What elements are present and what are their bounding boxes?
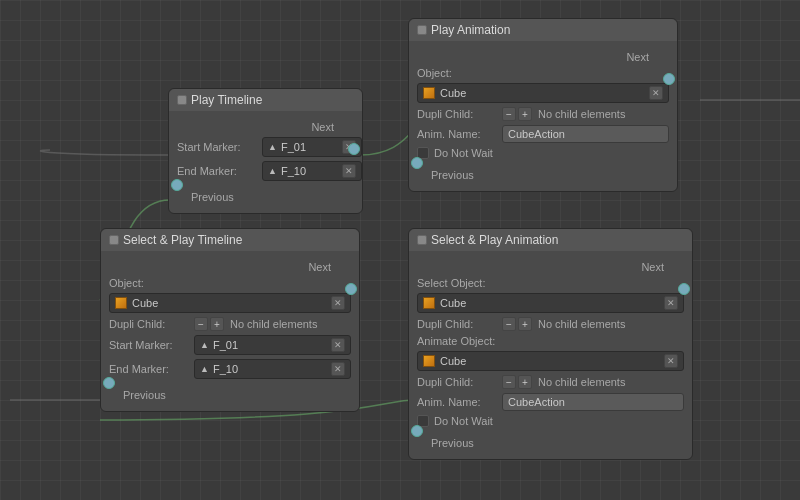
dupli-row-4a: Dupli Child: − + No child elements — [417, 315, 684, 333]
object-section-label: Object: — [417, 65, 669, 81]
object-field-3[interactable]: Cube ✕ — [109, 293, 351, 313]
anim-name-label-4: Anim. Name: — [417, 396, 502, 408]
cube-icon-3 — [115, 297, 127, 309]
dupli-minus-4b[interactable]: − — [502, 375, 516, 389]
next-connector-3[interactable] — [345, 283, 357, 295]
animate-object-value: Cube — [440, 355, 664, 367]
object-clear-1[interactable]: ✕ — [649, 86, 663, 100]
cube-icon-4a — [423, 297, 435, 309]
next-connector-2[interactable] — [663, 73, 675, 85]
end-marker-clear-3[interactable]: ✕ — [331, 362, 345, 376]
do-not-wait-label-1: Do Not Wait — [434, 147, 493, 159]
select-play-animation-title: Select & Play Animation — [431, 233, 558, 247]
end-marker-field-3[interactable]: ▲ F_10 ✕ — [194, 359, 351, 379]
end-marker-clear[interactable]: ✕ — [342, 164, 356, 178]
play-animation-header: Play Animation — [409, 19, 677, 41]
dupli-minus-1[interactable]: − — [502, 107, 516, 121]
select-play-timeline-header: Select & Play Timeline — [101, 229, 359, 251]
start-marker-field-3[interactable]: ▲ F_01 ✕ — [194, 335, 351, 355]
node-type-icon — [177, 95, 187, 105]
do-not-wait-label-4: Do Not Wait — [434, 415, 493, 427]
end-marker-row-3: End Marker: ▲ F_10 ✕ — [109, 357, 351, 381]
prev-label-3: Previous — [123, 389, 166, 401]
dupli-controls-3: − + No child elements — [194, 317, 317, 331]
anim-name-field-4[interactable]: CubeAction — [502, 393, 684, 411]
dupli-row-3: Dupli Child: − + No child elements — [109, 315, 351, 333]
anim-name-row: Anim. Name: CubeAction — [417, 123, 669, 145]
dupli-no-child-1: No child elements — [538, 108, 625, 120]
node-type-icon-3 — [109, 235, 119, 245]
play-animation-node: Play Animation Next Object: Cube ✕ Dupli… — [408, 18, 678, 192]
play-timeline-title: Play Timeline — [191, 93, 262, 107]
anim-name-label-1: Anim. Name: — [417, 128, 502, 140]
play-timeline-node: Play Timeline Next Start Marker: ▲ F_01 … — [168, 88, 363, 214]
dupli-controls-4a: − + No child elements — [502, 317, 625, 331]
object-value: Cube — [440, 87, 649, 99]
select-object-value: Cube — [440, 297, 664, 309]
object-clear-3[interactable]: ✕ — [331, 296, 345, 310]
prev-connector-3[interactable] — [103, 377, 115, 389]
dupli-plus-1[interactable]: + — [518, 107, 532, 121]
select-play-timeline-title: Select & Play Timeline — [123, 233, 242, 247]
object-section-label-3: Object: — [109, 275, 351, 291]
animate-object-field[interactable]: Cube ✕ — [417, 351, 684, 371]
dupli-minus-3[interactable]: − — [194, 317, 208, 331]
start-marker-label: Start Marker: — [177, 141, 262, 153]
next-label-3: Next — [308, 261, 331, 273]
end-marker-value: F_10 — [281, 165, 338, 177]
object-value-3: Cube — [132, 297, 331, 309]
anim-name-field-1[interactable]: CubeAction — [502, 125, 669, 143]
end-marker-value-3: F_10 — [213, 363, 327, 375]
dupli-plus-4b[interactable]: + — [518, 375, 532, 389]
select-object-section-label: Select Object: — [417, 275, 684, 291]
select-play-animation-header: Select & Play Animation — [409, 229, 692, 251]
start-marker-clear-3[interactable]: ✕ — [331, 338, 345, 352]
end-marker-label-3: End Marker: — [109, 363, 194, 375]
select-object-clear[interactable]: ✕ — [664, 296, 678, 310]
prev-label-4: Previous — [431, 437, 474, 449]
prev-connector-2[interactable] — [411, 157, 423, 169]
select-object-field[interactable]: Cube ✕ — [417, 293, 684, 313]
animate-object-section-label: Animate Object: — [417, 333, 684, 349]
start-marker-value-3: F_01 — [213, 339, 327, 351]
do-not-wait-row-4: Do Not Wait — [417, 413, 684, 429]
cube-icon-4b — [423, 355, 435, 367]
play-timeline-header: Play Timeline — [169, 89, 362, 111]
dupli-plus-3[interactable]: + — [210, 317, 224, 331]
anim-name-value-4: CubeAction — [508, 396, 565, 408]
start-marker-label-3: Start Marker: — [109, 339, 194, 351]
prev-connector-4[interactable] — [411, 425, 423, 437]
start-marker-row: Start Marker: ▲ F_01 ✕ — [177, 135, 354, 159]
dupli-row-1: Dupli Child: − + No child elements — [417, 105, 669, 123]
do-not-wait-row-1: Do Not Wait — [417, 145, 669, 161]
dupli-minus-4a[interactable]: − — [502, 317, 516, 331]
dupli-no-child-3: No child elements — [230, 318, 317, 330]
anim-name-value-1: CubeAction — [508, 128, 565, 140]
object-field[interactable]: Cube ✕ — [417, 83, 669, 103]
start-marker-row-3: Start Marker: ▲ F_01 ✕ — [109, 333, 351, 357]
dupli-label-3: Dupli Child: — [109, 318, 194, 330]
dupli-label-4b: Dupli Child: — [417, 376, 502, 388]
next-label-1: Next — [311, 121, 334, 133]
start-marker-value: F_01 — [281, 141, 338, 153]
animate-object-clear[interactable]: ✕ — [664, 354, 678, 368]
dupli-no-child-4b: No child elements — [538, 376, 625, 388]
dupli-plus-4a[interactable]: + — [518, 317, 532, 331]
dupli-controls-4b: − + No child elements — [502, 375, 625, 389]
start-marker-field[interactable]: ▲ F_01 ✕ — [262, 137, 362, 157]
end-marker-field[interactable]: ▲ F_10 ✕ — [262, 161, 362, 181]
prev-label-2: Previous — [431, 169, 474, 181]
prev-connector-1[interactable] — [171, 179, 183, 191]
node-type-icon-4 — [417, 235, 427, 245]
dupli-label-4a: Dupli Child: — [417, 318, 502, 330]
next-label-4: Next — [641, 261, 664, 273]
anim-name-row-4: Anim. Name: CubeAction — [417, 391, 684, 413]
next-connector-1[interactable] — [348, 143, 360, 155]
select-play-animation-node: Select & Play Animation Next Select Obje… — [408, 228, 693, 460]
dupli-controls-1: − + No child elements — [502, 107, 625, 121]
prev-label-1: Previous — [191, 191, 234, 203]
next-connector-4[interactable] — [678, 283, 690, 295]
end-marker-row: End Marker: ▲ F_10 ✕ — [177, 159, 354, 183]
end-marker-label: End Marker: — [177, 165, 262, 177]
play-animation-title: Play Animation — [431, 23, 510, 37]
